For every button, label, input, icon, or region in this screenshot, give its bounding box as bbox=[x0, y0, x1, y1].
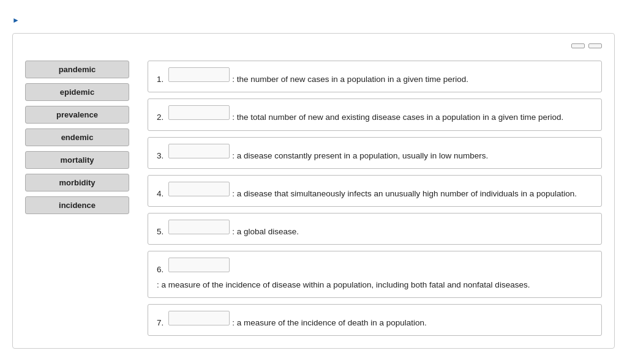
sentence-text: : a global disease. bbox=[232, 226, 299, 238]
sentences-area: 1. : the number of new cases in a popula… bbox=[148, 61, 602, 336]
sentence-box: 7. : a measure of the incidence of death… bbox=[148, 304, 602, 336]
sentence-box: 3. : a disease constantly present in a p… bbox=[148, 137, 602, 169]
word-bank: pandemicepidemicprevalenceendemicmortali… bbox=[25, 61, 129, 214]
sentence-number: 4. bbox=[157, 188, 163, 200]
word-chip[interactable]: epidemic bbox=[25, 83, 129, 101]
drop-zone[interactable] bbox=[168, 67, 230, 82]
drop-zone[interactable] bbox=[168, 105, 230, 120]
word-chip[interactable]: mortality bbox=[25, 151, 129, 169]
sentence-box: 2. : the total number of new and existin… bbox=[148, 98, 602, 130]
sentence-text: : a measure of the incidence of death in… bbox=[232, 317, 426, 329]
word-chip[interactable]: endemic bbox=[25, 128, 129, 146]
hint-link[interactable]: ► bbox=[12, 16, 615, 24]
reset-button[interactable] bbox=[571, 43, 585, 48]
sentence-text: : the total number of new and existing d… bbox=[232, 111, 563, 124]
sentence-box: 5. : a global disease. bbox=[148, 213, 602, 245]
sentence-number: 6. bbox=[157, 264, 163, 276]
sentence-box: 6. : a measure of the incidence of disea… bbox=[148, 251, 602, 298]
sentence-number: 5. bbox=[157, 226, 163, 238]
sentence-text: : the number of new cases in a populatio… bbox=[232, 73, 468, 86]
sentence-text: : a disease constantly present in a popu… bbox=[232, 150, 488, 162]
sentence-text: : a measure of the incidence of disease … bbox=[157, 279, 530, 291]
drop-zone[interactable] bbox=[168, 311, 230, 325]
help-button[interactable] bbox=[588, 43, 602, 48]
word-chip[interactable]: pandemic bbox=[25, 61, 129, 78]
sentence-number: 1. bbox=[157, 73, 163, 86]
drop-zone[interactable] bbox=[168, 258, 230, 272]
drop-zone[interactable] bbox=[168, 182, 230, 196]
sentence-box: 1. : the number of new cases in a popula… bbox=[148, 61, 602, 92]
drop-zone[interactable] bbox=[168, 220, 230, 234]
hint-arrow-icon: ► bbox=[12, 16, 20, 24]
sentence-number: 3. bbox=[157, 150, 163, 162]
word-chip[interactable]: prevalence bbox=[25, 106, 129, 124]
sentence-text: : a disease that simultaneously infects … bbox=[232, 188, 577, 200]
sentence-number: 2. bbox=[157, 111, 163, 124]
content-area: pandemicepidemicprevalenceendemicmortali… bbox=[25, 61, 602, 336]
sentence-number: 7. bbox=[157, 317, 163, 329]
word-chip[interactable]: incidence bbox=[25, 196, 129, 214]
main-container: pandemicepidemicprevalenceendemicmortali… bbox=[12, 33, 615, 349]
word-chip[interactable]: morbidity bbox=[25, 174, 129, 191]
sentence-box: 4. : a disease that simultaneously infec… bbox=[148, 175, 602, 207]
drop-zone[interactable] bbox=[168, 144, 230, 158]
top-buttons-area bbox=[25, 43, 602, 48]
